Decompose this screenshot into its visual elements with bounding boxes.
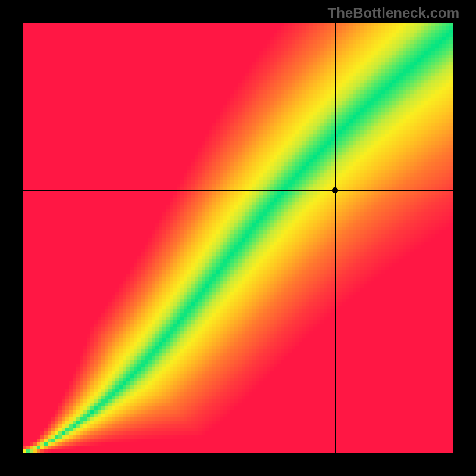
chart-container: TheBottleneck.com: [0, 0, 476, 476]
crosshair-horizontal: [23, 190, 453, 191]
marker-dot: [332, 187, 338, 193]
plot-area: [23, 23, 453, 453]
crosshair-vertical: [335, 23, 336, 453]
watermark-text: TheBottleneck.com: [328, 5, 459, 21]
heatmap-canvas: [23, 23, 453, 453]
